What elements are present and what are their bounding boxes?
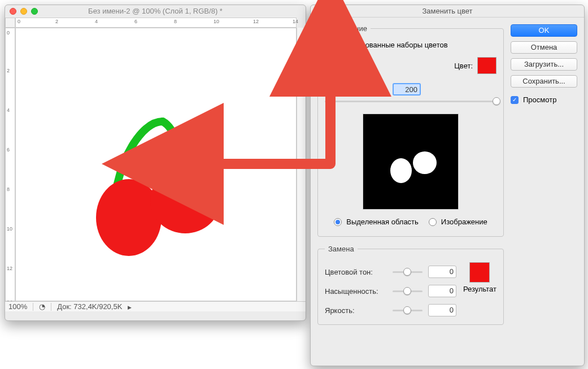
ruler-tick: 6: [7, 147, 15, 153]
replacement-group: Замена Цветовой тон: 0 Насыщенность: 0: [317, 245, 504, 325]
result-color-swatch[interactable]: [469, 262, 490, 283]
separator: [33, 303, 33, 311]
saturation-slider[interactable]: [393, 285, 423, 297]
preview-label: Просмотр: [523, 95, 556, 104]
minimize-icon[interactable]: [20, 8, 27, 15]
ok-button[interactable]: OK: [511, 24, 577, 37]
ruler-tick: 6: [134, 19, 137, 24]
replace-color-dialog: Заменить цвет Выделение Локализованные н…: [310, 5, 585, 366]
maximize-icon[interactable]: [31, 8, 38, 15]
load-button[interactable]: Загрузить...: [511, 58, 577, 71]
canvas[interactable]: [15, 28, 297, 301]
ruler-tick: 12: [7, 266, 15, 271]
hue-label: Цветовой тон:: [325, 268, 387, 276]
localized-clusters-label: Локализованные наборы цветов: [337, 41, 448, 49]
ruler-tick: 4: [7, 107, 15, 113]
lightness-label: Яркость:: [325, 306, 387, 315]
save-button[interactable]: Сохранить...: [511, 75, 577, 88]
traffic-lights: [10, 8, 38, 15]
color-label: Цвет:: [454, 62, 473, 70]
ruler-vertical[interactable]: 0 2 4 6 8 10 12 14: [5, 28, 15, 301]
selection-color-swatch[interactable]: [477, 57, 496, 74]
svg-text:−: −: [363, 61, 365, 66]
lightness-input[interactable]: 0: [428, 304, 456, 316]
ruler-tick: 2: [55, 19, 58, 24]
ruler-tick: 8: [174, 19, 177, 24]
separator: [51, 303, 51, 311]
selection-preview: [363, 114, 459, 210]
eyedropper-icon[interactable]: [325, 59, 338, 72]
ruler-tick: 4: [95, 19, 98, 24]
svg-point-1: [150, 168, 220, 233]
ruler-tick: 0: [7, 30, 15, 36]
saturation-input[interactable]: 0: [428, 285, 456, 297]
selection-legend: Выделение: [325, 24, 371, 33]
window-titlebar[interactable]: Без имени-2 @ 100% (Слой 1, RGB/8) *: [5, 5, 306, 18]
radio-selection-label: Выделенная область: [346, 218, 419, 226]
document-window: Без имени-2 @ 100% (Слой 1, RGB/8) * 0 2…: [5, 5, 306, 321]
doc-size-label: Док: 732,4K/920,5K: [57, 302, 122, 311]
document-title: Без имени-2 @ 100% (Слой 1, RGB/8) *: [88, 7, 223, 15]
replacement-legend: Замена: [325, 245, 358, 253]
radio-image[interactable]: [429, 218, 437, 226]
ruler-tick: 14: [293, 19, 298, 24]
lightness-slider[interactable]: [393, 305, 423, 316]
eyedropper-plus-icon[interactable]: +: [339, 59, 353, 72]
fuzziness-label: Разброс:: [325, 85, 387, 94]
ruler-tick: 0: [18, 19, 20, 24]
ruler-tick: 12: [253, 19, 259, 24]
radio-selection[interactable]: [334, 218, 342, 226]
svg-text:+: +: [349, 61, 351, 66]
status-info-icon[interactable]: ◔: [39, 302, 45, 311]
localized-clusters-checkbox[interactable]: [325, 41, 333, 49]
dialog-titlebar[interactable]: Заменить цвет: [311, 5, 584, 18]
status-bar: 100% ◔ Док: 732,4K/920,5K: [5, 301, 306, 311]
hue-input[interactable]: 0: [428, 266, 456, 278]
fuzziness-slider[interactable]: [325, 95, 496, 107]
radio-image-label: Изображение: [441, 218, 487, 226]
cherry-artwork: [95, 116, 242, 263]
result-label: Результат: [463, 285, 496, 293]
document-body: 0 2 4 6 8 10 12 14 0 2 4 6 8 10 12 14: [5, 18, 306, 311]
ruler-tick: 8: [7, 186, 15, 192]
hue-slider[interactable]: [393, 266, 423, 277]
zoom-level[interactable]: 100%: [8, 302, 27, 311]
ruler-tick: 2: [7, 68, 15, 73]
ruler-tick: 10: [7, 226, 15, 232]
ruler-horizontal[interactable]: 0 2 4 6 8 10 12 14: [15, 18, 297, 28]
ruler-tick: 10: [214, 19, 219, 24]
fuzziness-input[interactable]: 200: [393, 83, 421, 95]
selection-group: Выделение Локализованные наборы цветов +: [317, 24, 504, 237]
cancel-button[interactable]: Отмена: [511, 41, 577, 54]
scrollbar-vertical[interactable]: [297, 28, 306, 301]
eyedropper-minus-icon[interactable]: −: [354, 59, 368, 72]
ruler-corner: [5, 18, 15, 28]
dialog-title: Заменить цвет: [423, 7, 473, 15]
svg-point-0: [96, 179, 162, 256]
saturation-label: Насыщенность:: [325, 287, 387, 296]
close-icon[interactable]: [10, 8, 16, 15]
status-menu-arrow-icon[interactable]: [128, 302, 132, 311]
preview-checkbox[interactable]: [511, 96, 519, 104]
